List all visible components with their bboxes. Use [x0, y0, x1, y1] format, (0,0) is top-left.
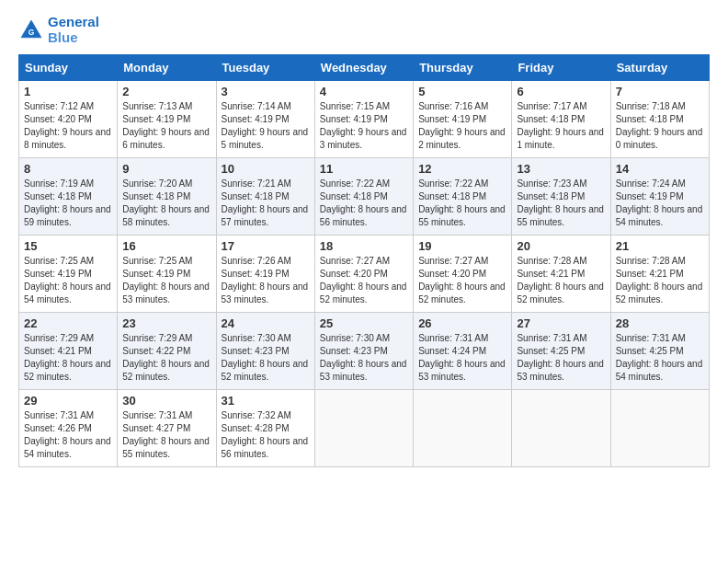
day-number: 4 [320, 85, 408, 98]
day-cell: 5Sunrise: 7:16 AM Sunset: 4:19 PM Daylig… [414, 81, 512, 158]
day-info: Sunrise: 7:27 AM Sunset: 4:20 PM Dayligh… [418, 255, 506, 306]
day-cell: 29Sunrise: 7:31 AM Sunset: 4:26 PM Dayli… [19, 390, 118, 467]
day-cell: 8Sunrise: 7:19 AM Sunset: 4:18 PM Daylig… [19, 158, 118, 236]
day-number: 2 [122, 85, 210, 98]
day-cell: 9Sunrise: 7:20 AM Sunset: 4:18 PM Daylig… [118, 158, 216, 236]
day-info: Sunrise: 7:31 AM Sunset: 4:27 PM Dayligh… [122, 409, 210, 461]
day-cell: 6Sunrise: 7:17 AM Sunset: 4:18 PM Daylig… [512, 81, 610, 158]
day-number: 8 [24, 162, 112, 176]
day-number: 5 [418, 85, 506, 98]
day-info: Sunrise: 7:14 AM Sunset: 4:19 PM Dayligh… [222, 100, 310, 152]
day-cell: 10Sunrise: 7:21 AM Sunset: 4:18 PM Dayli… [216, 158, 314, 236]
day-info: Sunrise: 7:28 AM Sunset: 4:21 PM Dayligh… [517, 255, 605, 306]
day-cell: 18Sunrise: 7:27 AM Sunset: 4:20 PM Dayli… [314, 236, 413, 313]
day-number: 31 [222, 394, 310, 408]
day-info: Sunrise: 7:31 AM Sunset: 4:25 PM Dayligh… [616, 332, 704, 384]
day-cell: 14Sunrise: 7:24 AM Sunset: 4:19 PM Dayli… [610, 158, 709, 236]
col-wednesday: Wednesday [314, 55, 413, 81]
day-info: Sunrise: 7:28 AM Sunset: 4:21 PM Dayligh… [616, 255, 704, 306]
day-number: 20 [517, 239, 605, 253]
day-number: 9 [122, 162, 210, 176]
calendar-container: G General Blue Sunday Monday Tuesday Wed… [0, 0, 728, 477]
day-number: 27 [517, 316, 605, 330]
day-number: 7 [616, 85, 704, 98]
col-thursday: Thursday [414, 55, 512, 81]
day-number: 17 [222, 239, 310, 253]
day-cell [512, 390, 610, 467]
day-info: Sunrise: 7:31 AM Sunset: 4:25 PM Dayligh… [517, 332, 605, 384]
day-number: 16 [122, 239, 210, 253]
day-number: 10 [222, 162, 310, 176]
day-info: Sunrise: 7:12 AM Sunset: 4:20 PM Dayligh… [24, 100, 112, 152]
day-cell: 21Sunrise: 7:28 AM Sunset: 4:21 PM Dayli… [610, 236, 709, 313]
day-info: Sunrise: 7:25 AM Sunset: 4:19 PM Dayligh… [24, 255, 112, 306]
col-friday: Friday [512, 55, 610, 81]
day-info: Sunrise: 7:15 AM Sunset: 4:19 PM Dayligh… [320, 100, 408, 152]
day-cell [314, 390, 413, 467]
day-info: Sunrise: 7:20 AM Sunset: 4:18 PM Dayligh… [122, 178, 210, 229]
logo-text: General Blue [48, 15, 99, 45]
day-number: 14 [616, 162, 704, 176]
day-number: 26 [418, 316, 506, 330]
day-info: Sunrise: 7:18 AM Sunset: 4:18 PM Dayligh… [616, 100, 704, 152]
day-number: 12 [418, 162, 506, 176]
day-number: 23 [122, 316, 210, 330]
day-cell: 11Sunrise: 7:22 AM Sunset: 4:18 PM Dayli… [314, 158, 413, 236]
day-info: Sunrise: 7:25 AM Sunset: 4:19 PM Dayligh… [122, 255, 210, 306]
day-info: Sunrise: 7:29 AM Sunset: 4:21 PM Dayligh… [24, 332, 112, 384]
day-cell: 19Sunrise: 7:27 AM Sunset: 4:20 PM Dayli… [414, 236, 512, 313]
day-info: Sunrise: 7:31 AM Sunset: 4:24 PM Dayligh… [418, 332, 506, 384]
day-number: 18 [320, 239, 408, 253]
day-info: Sunrise: 7:32 AM Sunset: 4:28 PM Dayligh… [222, 409, 310, 461]
logo-icon: G [18, 17, 44, 43]
day-number: 3 [222, 85, 310, 98]
day-number: 22 [24, 316, 112, 330]
day-cell: 23Sunrise: 7:29 AM Sunset: 4:22 PM Dayli… [118, 313, 216, 390]
day-info: Sunrise: 7:17 AM Sunset: 4:18 PM Dayligh… [517, 100, 605, 152]
day-number: 6 [517, 85, 605, 98]
week-row-2: 15Sunrise: 7:25 AM Sunset: 4:19 PM Dayli… [19, 236, 710, 313]
week-row-0: 1Sunrise: 7:12 AM Sunset: 4:20 PM Daylig… [19, 81, 710, 158]
day-cell: 30Sunrise: 7:31 AM Sunset: 4:27 PM Dayli… [118, 390, 216, 467]
week-row-4: 29Sunrise: 7:31 AM Sunset: 4:26 PM Dayli… [19, 390, 710, 467]
day-info: Sunrise: 7:26 AM Sunset: 4:19 PM Dayligh… [222, 255, 310, 306]
day-info: Sunrise: 7:24 AM Sunset: 4:19 PM Dayligh… [616, 178, 704, 229]
day-info: Sunrise: 7:31 AM Sunset: 4:26 PM Dayligh… [24, 409, 112, 461]
col-sunday: Sunday [19, 55, 118, 81]
day-info: Sunrise: 7:19 AM Sunset: 4:18 PM Dayligh… [24, 178, 112, 229]
day-info: Sunrise: 7:16 AM Sunset: 4:19 PM Dayligh… [418, 100, 506, 152]
day-number: 21 [616, 239, 704, 253]
day-info: Sunrise: 7:13 AM Sunset: 4:19 PM Dayligh… [122, 100, 210, 152]
day-cell: 20Sunrise: 7:28 AM Sunset: 4:21 PM Dayli… [512, 236, 610, 313]
day-number: 13 [517, 162, 605, 176]
day-info: Sunrise: 7:22 AM Sunset: 4:18 PM Dayligh… [418, 178, 506, 229]
day-info: Sunrise: 7:29 AM Sunset: 4:22 PM Dayligh… [122, 332, 210, 384]
day-cell: 24Sunrise: 7:30 AM Sunset: 4:23 PM Dayli… [216, 313, 314, 390]
day-number: 30 [122, 394, 210, 408]
day-cell: 12Sunrise: 7:22 AM Sunset: 4:18 PM Dayli… [414, 158, 512, 236]
day-cell: 27Sunrise: 7:31 AM Sunset: 4:25 PM Dayli… [512, 313, 610, 390]
day-number: 29 [24, 394, 112, 408]
week-row-3: 22Sunrise: 7:29 AM Sunset: 4:21 PM Dayli… [19, 313, 710, 390]
col-monday: Monday [118, 55, 216, 81]
day-cell: 17Sunrise: 7:26 AM Sunset: 4:19 PM Dayli… [216, 236, 314, 313]
day-cell: 26Sunrise: 7:31 AM Sunset: 4:24 PM Dayli… [414, 313, 512, 390]
day-cell: 13Sunrise: 7:23 AM Sunset: 4:18 PM Dayli… [512, 158, 610, 236]
day-number: 28 [616, 316, 704, 330]
day-cell: 15Sunrise: 7:25 AM Sunset: 4:19 PM Dayli… [19, 236, 118, 313]
day-info: Sunrise: 7:30 AM Sunset: 4:23 PM Dayligh… [320, 332, 408, 384]
header-row: Sunday Monday Tuesday Wednesday Thursday… [19, 55, 710, 81]
day-info: Sunrise: 7:27 AM Sunset: 4:20 PM Dayligh… [320, 255, 408, 306]
day-cell: 16Sunrise: 7:25 AM Sunset: 4:19 PM Dayli… [118, 236, 216, 313]
day-info: Sunrise: 7:21 AM Sunset: 4:18 PM Dayligh… [222, 178, 310, 229]
day-cell: 7Sunrise: 7:18 AM Sunset: 4:18 PM Daylig… [610, 81, 709, 158]
day-info: Sunrise: 7:23 AM Sunset: 4:18 PM Dayligh… [517, 178, 605, 229]
day-info: Sunrise: 7:22 AM Sunset: 4:18 PM Dayligh… [320, 178, 408, 229]
day-cell: 22Sunrise: 7:29 AM Sunset: 4:21 PM Dayli… [19, 313, 118, 390]
day-info: Sunrise: 7:30 AM Sunset: 4:23 PM Dayligh… [222, 332, 310, 384]
calendar-table: Sunday Monday Tuesday Wednesday Thursday… [18, 54, 710, 467]
day-number: 19 [418, 239, 506, 253]
day-cell: 2Sunrise: 7:13 AM Sunset: 4:19 PM Daylig… [118, 81, 216, 158]
svg-text:G: G [28, 27, 35, 36]
col-tuesday: Tuesday [216, 55, 314, 81]
